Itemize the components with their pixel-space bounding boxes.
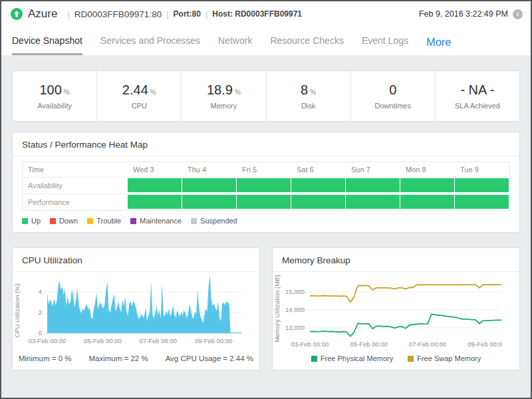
heatmap-cell-up[interactable]	[128, 177, 182, 194]
heatmap-card: Status / Performance Heat Map TimeWed 3T…	[12, 132, 520, 233]
heatmap-cell-up[interactable]	[291, 194, 346, 210]
legend-item-up: Up	[22, 217, 41, 225]
status-block	[182, 195, 236, 209]
heatmap-col-mon-8: Mon 8	[400, 162, 455, 177]
stat-availability: 100%Availability	[13, 71, 97, 121]
svg-text:2: 2	[39, 309, 42, 316]
stat-label: CPU	[132, 102, 147, 110]
stat-unit: %	[310, 88, 316, 96]
legend-label: Free Swap Memory	[417, 354, 481, 362]
up-arrow-icon	[13, 11, 20, 17]
tab-resource-checks[interactable]: Resource Checks	[270, 27, 344, 55]
info-icon[interactable]: i	[513, 9, 523, 19]
svg-text:07-Feb 00:00: 07-Feb 00:00	[139, 337, 177, 344]
stat-value-row: 2.44%	[122, 82, 156, 98]
stat-value-row: 100%	[39, 82, 69, 98]
tab-network[interactable]: Network	[218, 27, 252, 55]
separator: |	[67, 9, 69, 19]
separator: |	[166, 9, 168, 19]
separator: |	[205, 9, 207, 19]
legend-swatch	[87, 218, 93, 224]
heatmap-cell-up[interactable]	[237, 177, 291, 194]
heatmap-col-time: Time	[23, 162, 128, 177]
heatmap-cell-up[interactable]	[346, 194, 400, 210]
heatmap-row-label-availability: Availability	[23, 177, 128, 194]
stat-value: 8	[301, 82, 308, 98]
stat-unit: %	[150, 88, 156, 96]
heatmap-col-wed-3: Wed 3	[128, 162, 182, 177]
memory-chart-legend: Free Physical MemoryFree Swap Memory	[273, 354, 519, 362]
divider	[13, 156, 519, 156]
memory-breakup-chart: 13,00014,00015,000Memory Utilization (MB…	[273, 272, 502, 350]
heatmap-cell-up[interactable]	[182, 177, 237, 194]
heatmap-cell-up[interactable]	[400, 194, 455, 210]
stat-value: - NA -	[460, 82, 494, 98]
tab-services-and-processes[interactable]: Services and Processes	[100, 27, 200, 55]
legend-label: Up	[31, 217, 41, 225]
heatmap-cell-up[interactable]	[182, 194, 237, 210]
tab-more[interactable]: More	[426, 33, 452, 49]
heatmap-col-sun-7: Sun 7	[346, 162, 400, 177]
stat-value-row: 8%	[301, 82, 316, 98]
status-block	[455, 195, 509, 209]
legend-label: Trouble	[96, 217, 121, 225]
status-block	[128, 178, 182, 192]
stat-value-row: - NA -	[460, 82, 494, 98]
heatmap-cell-up[interactable]	[400, 177, 455, 194]
svg-text:05-Feb 00:00: 05-Feb 00:00	[350, 340, 388, 348]
heatmap-cell-up[interactable]	[128, 194, 182, 210]
heatmap-legend: UpDownTroubleMaintenanceSuspended	[13, 211, 519, 232]
heatmap-cell-up[interactable]	[455, 177, 509, 194]
tab-device-snapshot[interactable]: Device Snapshot	[12, 27, 82, 55]
svg-text:4: 4	[39, 288, 42, 295]
legend-item-suspended: Suspended	[191, 217, 237, 225]
stat-label: Downtimes	[375, 102, 411, 110]
heatmap-cell-up[interactable]	[346, 177, 400, 194]
status-block	[182, 178, 236, 192]
port-label: Port:80	[174, 9, 201, 19]
stats-card: 100%Availability2.44%CPU18.9%Memory8%Dis…	[12, 70, 520, 122]
svg-text:03-Feb 00:00: 03-Feb 00:00	[29, 337, 66, 344]
monitor-name: RD0003FFB09971:80	[74, 9, 162, 19]
cpu-utilization-chart: 024CPU Utilization (%)03-Feb 00:0005-Feb…	[13, 272, 242, 350]
tab-event-logs[interactable]: Event Logs	[362, 27, 408, 55]
stat-value-row: 18.9%	[207, 82, 241, 98]
heatmap-cell-up[interactable]	[237, 194, 291, 210]
cpu-chart-title: CPU Utilization	[13, 248, 259, 271]
header-datetime: Feb 9, 2016 3:22:49 PM	[419, 9, 508, 19]
svg-text:Memory Utilization (MB): Memory Utilization (MB)	[273, 275, 281, 342]
status-block	[400, 195, 454, 209]
memory-chart-title: Memory Breakup	[273, 248, 519, 271]
legend-label: Free Physical Memory	[321, 354, 393, 362]
heatmap-cell-up[interactable]	[291, 177, 346, 194]
status-block	[455, 178, 509, 192]
screen: Azure | RD0003FFB09971:80 | Port:80 | Ho…	[0, 0, 532, 399]
svg-text:05-Feb 00:00: 05-Feb 00:00	[84, 337, 122, 344]
stat-label: SLA Achieved	[455, 102, 500, 110]
legend-swatch	[408, 356, 414, 362]
stat-downtimes: 0Downtimes	[351, 71, 436, 121]
legend-swatch	[50, 218, 56, 224]
cpu-note: Avg CPU Usage = 2.44 %	[166, 354, 253, 362]
heatmap-cell-up[interactable]	[455, 194, 509, 210]
svg-text:07-Feb 00:00: 07-Feb 00:00	[409, 340, 447, 348]
status-block	[291, 195, 345, 209]
legend-swatch	[22, 218, 28, 224]
stat-disk: 8%Disk	[267, 71, 351, 121]
stat-value: 18.9	[207, 82, 233, 98]
status-block	[128, 195, 182, 209]
stat-value-row: 0	[389, 82, 396, 98]
memory-legend-free-physical-memory: Free Physical Memory	[311, 354, 393, 362]
legend-label: Suspended	[200, 217, 237, 225]
charts-row: CPU Utilization 024CPU Utilization (%)03…	[12, 247, 520, 370]
stat-label: Memory	[211, 102, 237, 110]
status-block	[237, 178, 291, 192]
stat-unit: %	[235, 88, 241, 96]
legend-swatch	[191, 218, 197, 224]
monitor-up-status-icon	[11, 8, 23, 20]
stat-label: Availability	[37, 102, 72, 110]
heatmap-col-fri-5: Fri 5	[237, 162, 291, 177]
heatmap-col-sat-6: Sat 6	[291, 162, 346, 177]
stat-cpu: 2.44%CPU	[97, 71, 182, 121]
stat-sla-achieved: - NA -SLA Achieved	[436, 71, 519, 121]
